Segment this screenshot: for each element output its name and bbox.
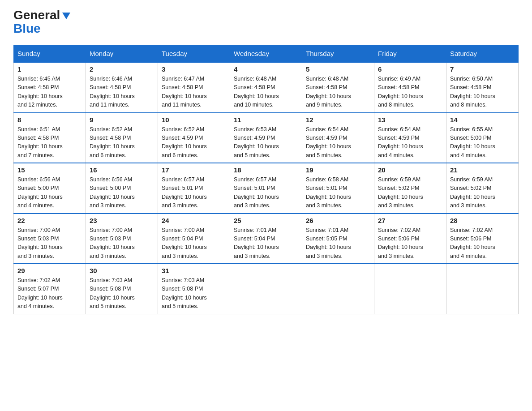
day-number: 16 [90, 166, 154, 174]
calendar-header-row: SundayMondayTuesdayWednesdayThursdayFrid… [14, 45, 519, 63]
day-info: Sunrise: 6:52 AMSunset: 4:59 PMDaylight:… [162, 126, 207, 158]
day-info: Sunrise: 6:56 AMSunset: 5:00 PMDaylight:… [90, 176, 135, 209]
day-info: Sunrise: 6:57 AMSunset: 5:01 PMDaylight:… [234, 176, 279, 209]
day-info: Sunrise: 6:48 AMSunset: 4:58 PMDaylight:… [306, 76, 351, 108]
day-number: 17 [162, 166, 226, 174]
day-info: Sunrise: 6:54 AMSunset: 4:59 PMDaylight:… [306, 126, 351, 158]
calendar-week-3: 15 Sunrise: 6:56 AMSunset: 5:00 PMDaylig… [14, 163, 519, 214]
day-info: Sunrise: 6:51 AMSunset: 4:58 PMDaylight:… [17, 126, 63, 158]
calendar-week-4: 22 Sunrise: 7:00 AMSunset: 5:03 PMDaylig… [14, 214, 519, 264]
day-number: 25 [234, 217, 298, 224]
calendar-cell: 24 Sunrise: 7:00 AMSunset: 5:04 PMDaylig… [158, 214, 230, 264]
day-number: 20 [378, 166, 442, 174]
calendar-cell: 12 Sunrise: 6:54 AMSunset: 4:59 PMDaylig… [302, 113, 374, 163]
day-number: 21 [450, 166, 515, 174]
calendar-cell: 18 Sunrise: 6:57 AMSunset: 5:01 PMDaylig… [230, 163, 302, 214]
day-info: Sunrise: 6:56 AMSunset: 5:00 PMDaylight:… [17, 176, 63, 209]
day-info: Sunrise: 6:55 AMSunset: 5:00 PMDaylight:… [450, 126, 495, 158]
day-number: 28 [450, 217, 515, 224]
calendar-cell [230, 264, 302, 314]
header-friday: Friday [374, 45, 446, 63]
day-number: 24 [162, 217, 226, 224]
calendar-cell: 19 Sunrise: 6:58 AMSunset: 5:01 PMDaylig… [302, 163, 374, 214]
day-info: Sunrise: 7:02 AMSunset: 5:07 PMDaylight:… [17, 277, 63, 309]
day-info: Sunrise: 6:52 AMSunset: 4:58 PMDaylight:… [90, 126, 135, 158]
calendar-cell [302, 264, 374, 314]
calendar-cell: 16 Sunrise: 6:56 AMSunset: 5:00 PMDaylig… [86, 163, 158, 214]
calendar-cell [374, 264, 446, 314]
calendar-week-5: 29 Sunrise: 7:02 AMSunset: 5:07 PMDaylig… [14, 264, 519, 314]
day-number: 22 [17, 217, 82, 224]
calendar-cell: 10 Sunrise: 6:52 AMSunset: 4:59 PMDaylig… [158, 113, 230, 163]
day-number: 13 [378, 116, 442, 124]
day-number: 23 [90, 217, 154, 224]
calendar-cell: 21 Sunrise: 6:59 AMSunset: 5:02 PMDaylig… [446, 163, 519, 214]
calendar-cell: 13 Sunrise: 6:54 AMSunset: 4:59 PMDaylig… [374, 113, 446, 163]
day-info: Sunrise: 6:58 AMSunset: 5:01 PMDaylight:… [306, 176, 351, 209]
calendar-cell: 11 Sunrise: 6:53 AMSunset: 4:59 PMDaylig… [230, 113, 302, 163]
calendar-cell: 3 Sunrise: 6:47 AMSunset: 4:58 PMDayligh… [158, 62, 230, 113]
logo-general: General [13, 9, 60, 21]
day-number: 15 [17, 166, 82, 174]
day-number: 26 [306, 217, 370, 224]
header-monday: Monday [86, 45, 158, 63]
header-sunday: Sunday [14, 45, 86, 63]
calendar-cell: 25 Sunrise: 7:01 AMSunset: 5:04 PMDaylig… [230, 214, 302, 264]
day-number: 19 [306, 166, 370, 174]
logo: General Blue [13, 9, 70, 36]
calendar-cell: 15 Sunrise: 6:56 AMSunset: 5:00 PMDaylig… [14, 163, 86, 214]
day-info: Sunrise: 7:01 AMSunset: 5:05 PMDaylight:… [306, 227, 351, 259]
calendar-cell: 8 Sunrise: 6:51 AMSunset: 4:58 PMDayligh… [14, 113, 86, 163]
day-info: Sunrise: 6:46 AMSunset: 4:58 PMDaylight:… [90, 76, 135, 108]
calendar-cell: 22 Sunrise: 7:00 AMSunset: 5:03 PMDaylig… [14, 214, 86, 264]
calendar-cell: 5 Sunrise: 6:48 AMSunset: 4:58 PMDayligh… [302, 62, 374, 113]
calendar-cell [446, 264, 519, 314]
day-number: 7 [450, 65, 515, 73]
day-info: Sunrise: 6:49 AMSunset: 4:58 PMDaylight:… [378, 76, 423, 108]
calendar-cell: 2 Sunrise: 6:46 AMSunset: 4:58 PMDayligh… [86, 62, 158, 113]
day-number: 6 [378, 65, 442, 73]
day-number: 27 [378, 217, 442, 224]
calendar-week-1: 1 Sunrise: 6:45 AMSunset: 4:58 PMDayligh… [14, 62, 519, 113]
calendar-cell: 28 Sunrise: 7:02 AMSunset: 5:06 PMDaylig… [446, 214, 519, 264]
day-info: Sunrise: 6:59 AMSunset: 5:02 PMDaylight:… [450, 176, 495, 209]
day-number: 1 [17, 65, 82, 73]
day-number: 29 [17, 267, 82, 274]
calendar-cell: 29 Sunrise: 7:02 AMSunset: 5:07 PMDaylig… [14, 264, 86, 314]
calendar-cell: 30 Sunrise: 7:03 AMSunset: 5:08 PMDaylig… [86, 264, 158, 314]
day-number: 12 [306, 116, 370, 124]
day-number: 31 [162, 267, 226, 274]
day-number: 11 [234, 116, 298, 124]
calendar-cell: 14 Sunrise: 6:55 AMSunset: 5:00 PMDaylig… [446, 113, 519, 163]
day-info: Sunrise: 7:02 AMSunset: 5:06 PMDaylight:… [378, 227, 423, 259]
calendar-cell: 4 Sunrise: 6:48 AMSunset: 4:58 PMDayligh… [230, 62, 302, 113]
day-number: 8 [17, 116, 82, 124]
day-info: Sunrise: 6:48 AMSunset: 4:58 PMDaylight:… [234, 76, 279, 108]
calendar-cell: 20 Sunrise: 6:59 AMSunset: 5:02 PMDaylig… [374, 163, 446, 214]
header-saturday: Saturday [446, 45, 519, 63]
calendar-cell: 17 Sunrise: 6:57 AMSunset: 5:01 PMDaylig… [158, 163, 230, 214]
calendar-cell: 23 Sunrise: 7:00 AMSunset: 5:03 PMDaylig… [86, 214, 158, 264]
calendar-cell: 9 Sunrise: 6:52 AMSunset: 4:58 PMDayligh… [86, 113, 158, 163]
day-number: 5 [306, 65, 370, 73]
day-info: Sunrise: 7:02 AMSunset: 5:06 PMDaylight:… [450, 227, 495, 259]
day-number: 9 [90, 116, 154, 124]
day-info: Sunrise: 6:57 AMSunset: 5:01 PMDaylight:… [162, 176, 207, 209]
day-info: Sunrise: 7:01 AMSunset: 5:04 PMDaylight:… [234, 227, 279, 259]
day-info: Sunrise: 6:47 AMSunset: 4:58 PMDaylight:… [162, 76, 207, 108]
header-tuesday: Tuesday [158, 45, 230, 63]
day-info: Sunrise: 6:45 AMSunset: 4:58 PMDaylight:… [17, 76, 63, 108]
day-number: 14 [450, 116, 515, 124]
day-number: 10 [162, 116, 226, 124]
calendar-table: SundayMondayTuesdayWednesdayThursdayFrid… [13, 45, 519, 314]
day-info: Sunrise: 6:53 AMSunset: 4:59 PMDaylight:… [234, 126, 279, 158]
day-info: Sunrise: 7:03 AMSunset: 5:08 PMDaylight:… [162, 277, 207, 309]
calendar-cell: 1 Sunrise: 6:45 AMSunset: 4:58 PMDayligh… [14, 62, 86, 113]
day-info: Sunrise: 7:00 AMSunset: 5:04 PMDaylight:… [162, 227, 207, 259]
day-number: 18 [234, 166, 298, 174]
day-info: Sunrise: 6:59 AMSunset: 5:02 PMDaylight:… [378, 176, 423, 209]
day-info: Sunrise: 6:54 AMSunset: 4:59 PMDaylight:… [378, 126, 423, 158]
day-number: 4 [234, 65, 298, 73]
day-info: Sunrise: 6:50 AMSunset: 4:58 PMDaylight:… [450, 76, 495, 108]
header-wednesday: Wednesday [230, 45, 302, 63]
